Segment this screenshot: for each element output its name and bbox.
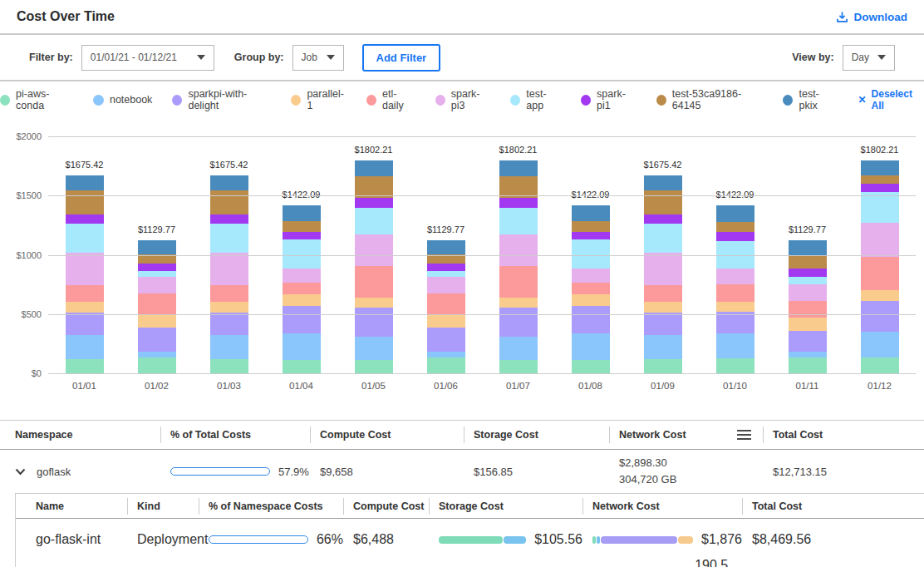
bar-segment-pi-aws-conda[interactable] [138,357,176,374]
bar-segment-sparkpi-with-delight[interactable] [210,313,248,335]
bar-segment-sparkpi-with-delight[interactable] [427,328,465,352]
bar-segment-etl-daily[interactable] [861,257,899,290]
bar-segment-sparkpi-with-delight[interactable] [355,308,393,337]
bar-segment-sparkpi-with-delight[interactable] [716,312,754,333]
bar-segment-pi-aws-conda[interactable] [572,360,610,374]
legend-item-test-pkix[interactable]: test-pkix [783,88,834,111]
bar-segment-spark-pi3[interactable] [861,223,899,258]
bar-segment-etl-daily[interactable] [66,285,104,302]
bar-stack-01/10[interactable] [716,205,754,374]
bar-segment-etl-daily[interactable] [572,283,610,294]
bar-segment-sparkpi-with-delight[interactable] [138,328,176,352]
bar-segment-parallel-1[interactable] [355,298,393,308]
bar-segment-spark-pi1[interactable] [138,264,176,271]
bar-segment-etl-daily[interactable] [210,285,248,302]
bar-segment-test-app[interactable] [789,277,827,284]
bar-segment-test-app[interactable] [861,192,899,222]
bar-stack-01/09[interactable] [644,175,682,374]
date-range-select[interactable]: 01/01/21 - 01/12/21 [81,45,214,71]
bar-segment-pi-aws-conda[interactable] [66,359,104,374]
bar-segment-spark-pi3[interactable] [283,269,321,283]
bar-segment-pi-aws-conda[interactable] [499,360,538,374]
bar-segment-notebook[interactable] [210,335,248,359]
bar-stack-01/03[interactable] [210,175,248,374]
bar-segment-sparkpi-with-delight[interactable] [572,306,610,333]
bar-segment-notebook[interactable] [138,352,176,357]
bar-segment-spark-pi3[interactable] [427,277,465,293]
bar-segment-test-pkix[interactable] [427,240,465,254]
bar-segment-test-pkix[interactable] [138,240,176,254]
bar-segment-spark-pi3[interactable] [716,269,754,284]
bar-segment-test-app[interactable] [283,239,321,269]
legend-item-parallel-1[interactable]: parallel-1 [291,88,346,111]
bar-segment-parallel-1[interactable] [427,314,465,328]
bar-segment-test-pkix[interactable] [644,175,682,190]
bar-segment-test-pkix[interactable] [283,205,321,221]
bar-segment-spark-pi3[interactable] [355,234,393,267]
bar-segment-etl-daily[interactable] [355,266,393,298]
bar-segment-test-app[interactable] [210,224,248,254]
bar-segment-parallel-1[interactable] [572,294,610,306]
bar-segment-notebook[interactable] [427,352,465,357]
bar-segment-etl-daily[interactable] [427,293,465,314]
legend-item-notebook[interactable]: notebook [93,94,152,106]
bar-segment-test-app[interactable] [138,271,176,277]
bar-segment-notebook[interactable] [66,335,104,359]
legend-item-test-app[interactable]: test-app [510,88,561,111]
bar-segment-pi-aws-conda[interactable] [427,357,465,374]
bar-segment-spark-pi1[interactable] [66,214,104,223]
bar-segment-sparkpi-with-delight[interactable] [499,308,538,337]
chevron-down-icon[interactable] [15,468,26,476]
bar-segment-spark-pi1[interactable] [572,232,610,239]
bar-segment-spark-pi1[interactable] [283,232,321,239]
bar-segment-parallel-1[interactable] [861,290,899,301]
bar-segment-test-53ca9186-64145[interactable] [572,221,610,232]
bar-segment-spark-pi3[interactable] [138,277,176,293]
bar-segment-sparkpi-with-delight[interactable] [644,313,682,335]
bar-segment-test-53ca9186-64145[interactable] [789,256,827,268]
bar-segment-test-pkix[interactable] [499,160,538,176]
bar-segment-test-pkix[interactable] [572,205,610,221]
bar-segment-spark-pi3[interactable] [210,253,248,285]
bar-segment-etl-daily[interactable] [716,284,754,302]
bar-segment-pi-aws-conda[interactable] [644,359,682,374]
bar-segment-spark-pi3[interactable] [789,284,827,301]
bar-segment-notebook[interactable] [644,335,682,359]
bar-segment-test-app[interactable] [499,208,538,234]
bar-segment-notebook[interactable] [861,332,899,357]
bar-segment-parallel-1[interactable] [283,294,321,306]
bar-stack-01/12[interactable] [861,160,899,374]
bar-segment-notebook[interactable] [572,333,610,359]
bar-segment-spark-pi1[interactable] [861,184,899,193]
bar-stack-01/11[interactable] [789,240,827,374]
bar-segment-spark-pi1[interactable] [210,214,248,223]
bar-segment-test-53ca9186-64145[interactable] [644,190,682,214]
bar-segment-spark-pi1[interactable] [355,198,393,208]
bar-segment-test-app[interactable] [427,271,465,277]
legend-item-test-53ca9186-64145[interactable]: test-53ca9186-64145 [656,88,764,111]
bar-segment-spark-pi3[interactable] [644,253,682,285]
legend-item-spark-pi1[interactable]: spark-pi1 [581,88,636,111]
bar-segment-test-pkix[interactable] [355,160,393,176]
bar-stack-01/08[interactable] [572,205,610,374]
bar-stack-01/07[interactable] [499,160,538,374]
bar-segment-test-53ca9186-64145[interactable] [499,176,538,198]
bar-segment-sparkpi-with-delight[interactable] [66,313,104,335]
bar-stack-01/06[interactable] [427,240,465,374]
bar-segment-test-pkix[interactable] [789,240,827,256]
legend-item-spark-pi3[interactable]: spark-pi3 [435,88,491,111]
bar-segment-spark-pi1[interactable] [644,214,682,223]
bar-segment-parallel-1[interactable] [716,302,754,312]
bar-segment-pi-aws-conda[interactable] [716,358,754,374]
bar-segment-spark-pi1[interactable] [716,232,754,241]
bar-segment-etl-daily[interactable] [138,293,176,314]
bar-segment-spark-pi1[interactable] [427,264,465,271]
bar-stack-01/05[interactable] [355,160,393,374]
bar-segment-parallel-1[interactable] [66,302,104,313]
bar-segment-test-53ca9186-64145[interactable] [66,190,104,214]
bar-segment-pi-aws-conda[interactable] [789,357,827,374]
bar-segment-etl-daily[interactable] [283,283,321,294]
bar-segment-pi-aws-conda[interactable] [210,359,248,374]
bar-segment-test-pkix[interactable] [861,160,899,175]
menu-icon[interactable] [737,430,751,440]
